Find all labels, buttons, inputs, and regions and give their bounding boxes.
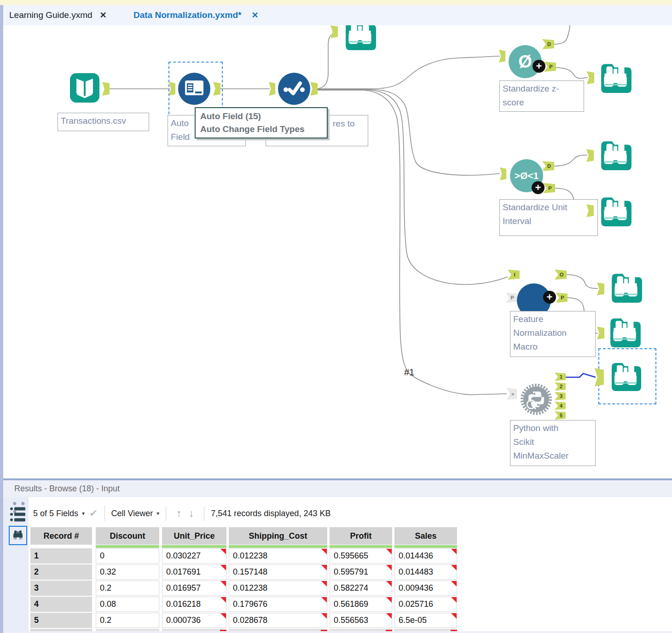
input-data-tool-icon[interactable]: [68, 71, 101, 104]
macro-output-o-anchor[interactable]: O: [555, 270, 567, 280]
browse-view-button[interactable]: [9, 526, 27, 545]
cell-unit-price[interactable]: 0.000736: [162, 613, 226, 628]
browse-tool-unit-d[interactable]: [598, 137, 632, 171]
cell-profit[interactable]: 0.561869: [330, 597, 392, 612]
cell-sales[interactable]: 0.009436: [394, 581, 457, 596]
cell-shipping-cost[interactable]: 0.157148: [229, 564, 327, 580]
cell-shipping-cost[interactable]: 0.028678: [229, 613, 327, 628]
python-output-3-anchor[interactable]: 3: [555, 392, 566, 400]
unit-output-p-anchor[interactable]: P: [543, 183, 555, 193]
cell-sales[interactable]: 0.014436: [394, 548, 457, 564]
select-tool-icon[interactable]: [278, 73, 310, 105]
browse5-input-anchor[interactable]: [597, 327, 604, 340]
results-title: Results - Browse (18) - Input: [14, 484, 120, 494]
cell-shipping-cost[interactable]: 0.012238: [229, 581, 327, 596]
cell-unit-price[interactable]: 0.030227: [162, 548, 226, 564]
macro-plus-badge: +: [543, 291, 556, 304]
cell-viewer-dropdown[interactable]: Cell Viewer ▾: [111, 509, 160, 518]
cell-discount[interactable]: 0.32: [96, 564, 159, 580]
cell-discount[interactable]: 0.08: [96, 597, 159, 612]
cell-sales[interactable]: 0.025716: [394, 597, 457, 612]
cell-unit-price[interactable]: 0.016218: [162, 597, 226, 612]
quality-bar: [330, 545, 392, 548]
top-browse-input-anchor[interactable]: [330, 25, 338, 38]
cell-discount[interactable]: 0.2: [96, 613, 159, 628]
record-number[interactable]: 5: [30, 613, 92, 628]
record-number[interactable]: 1: [30, 548, 92, 564]
unit-annotation[interactable]: Standardize Unit Interval: [499, 199, 598, 236]
cell-profit[interactable]: 0.582274: [330, 581, 392, 596]
macro-plus-badge: +: [533, 60, 545, 73]
input-data-output-anchor[interactable]: [102, 82, 110, 96]
cell-sales[interactable]: 6.5e-05: [394, 613, 457, 628]
select-input-anchor[interactable]: [269, 82, 275, 96]
browse-tool-top[interactable]: [343, 25, 377, 51]
browse-icon: [343, 25, 377, 51]
macro-annotation[interactable]: Feature Normalization Macro: [510, 311, 596, 357]
python-output-5-anchor[interactable]: 5: [555, 411, 566, 420]
select-output-anchor[interactable]: [310, 82, 318, 96]
metadata-view-icon[interactable]: [10, 506, 25, 523]
record-number[interactable]: 2: [30, 564, 92, 580]
fields-dropdown[interactable]: 5 of 5 Fields ▾ ✔: [33, 507, 98, 519]
scroll-up-button[interactable]: ↑: [176, 507, 181, 519]
cell-sales[interactable]: 0.014483: [394, 564, 457, 580]
python-output-2-anchor[interactable]: 2: [555, 382, 566, 391]
close-icon[interactable]: ✕: [251, 10, 258, 20]
cell-profit[interactable]: 0.556563: [330, 613, 392, 628]
browse4-input-anchor[interactable]: [597, 282, 604, 295]
zscore-output-p-anchor[interactable]: P: [544, 62, 556, 72]
browse1-input-anchor[interactable]: [587, 71, 594, 84]
browse-tool-macro-p[interactable]: [608, 314, 642, 348]
selected-browse-input-anchor[interactable]: [595, 368, 604, 386]
browse-tool-zscore[interactable]: [598, 60, 632, 94]
python-tool-icon[interactable]: [519, 382, 553, 416]
autofield-glyph: [184, 80, 204, 98]
python-output-1-anchor[interactable]: 1: [555, 373, 566, 381]
input-data-annotation[interactable]: Transactions.csv: [58, 113, 149, 131]
python-output-4-anchor[interactable]: 4: [555, 402, 566, 410]
workflow-tab-bar: Learning Guide.yxmd ✕ Data Normalization…: [3, 5, 672, 25]
python-annotation[interactable]: Python with Scikit MinMaxScaler: [510, 420, 596, 466]
unit-input-anchor[interactable]: [500, 167, 506, 180]
python-input-anchor[interactable]: »: [507, 388, 517, 400]
autofield-tool-icon[interactable]: [178, 73, 210, 105]
records-info: 7,541 records displayed, 243 KB: [211, 509, 330, 518]
column-header-unit-price[interactable]: Unit_Price: [162, 527, 226, 545]
browse-tool-unit-p[interactable]: [598, 193, 632, 227]
cell-shipping-cost[interactable]: 0.012238: [229, 548, 327, 564]
cell-discount[interactable]: 0.2: [96, 581, 159, 596]
column-header-discount[interactable]: Discount: [96, 527, 159, 545]
results-toolbar: 5 of 5 Fields ▾ ✔ Cell Viewer ▾ ↑ ↓ 7,54…: [29, 501, 672, 525]
tab-learning-guide[interactable]: Learning Guide.yxmd ✕: [9, 5, 107, 25]
workflow-canvas[interactable]: Transactions.csv Auto Field: [3, 25, 672, 478]
unit-output-d-anchor[interactable]: D: [542, 161, 554, 171]
zscore-input-anchor[interactable]: [499, 50, 505, 63]
macro-input-i-anchor[interactable]: I: [508, 270, 520, 280]
record-number[interactable]: 4: [30, 597, 92, 612]
close-icon[interactable]: ✕: [100, 10, 107, 20]
record-number[interactable]: 3: [30, 581, 92, 596]
zscore-annotation[interactable]: Standardize z- score: [499, 81, 584, 112]
tool-tooltip: Auto Field (15) Auto Change Field Types: [195, 107, 328, 138]
cell-shipping-cost[interactable]: 0.179676: [229, 597, 327, 612]
cell-discount[interactable]: 0: [96, 548, 159, 564]
scroll-down-button[interactable]: ↓: [189, 507, 194, 519]
tab-data-normalization[interactable]: Data Normalization.yxmd* ✕: [133, 5, 259, 25]
zscore-output-d-anchor[interactable]: D: [542, 39, 554, 49]
column-header-sales[interactable]: Sales: [394, 527, 457, 545]
cell-unit-price[interactable]: 0.016957: [162, 581, 226, 596]
macro-optional-p-anchor[interactable]: P: [506, 293, 517, 303]
column-header-shipping-cost[interactable]: Shipping_Cost: [229, 527, 327, 545]
macro-output-p-anchor[interactable]: P: [556, 293, 568, 303]
column-header-profit[interactable]: Profit: [330, 527, 392, 545]
connection-label: #1: [404, 367, 414, 378]
cell-profit[interactable]: 0.595791: [330, 564, 392, 580]
cell-unit-price[interactable]: 0.017691: [162, 564, 226, 580]
browse-tool-macro-o[interactable]: [609, 270, 643, 304]
column-header-record[interactable]: Record #: [30, 527, 92, 545]
browse2-input-anchor[interactable]: [586, 149, 594, 162]
select-glyph: [283, 80, 306, 98]
browse-tool-selected[interactable]: [609, 359, 642, 392]
cell-profit[interactable]: 0.595665: [330, 548, 392, 564]
